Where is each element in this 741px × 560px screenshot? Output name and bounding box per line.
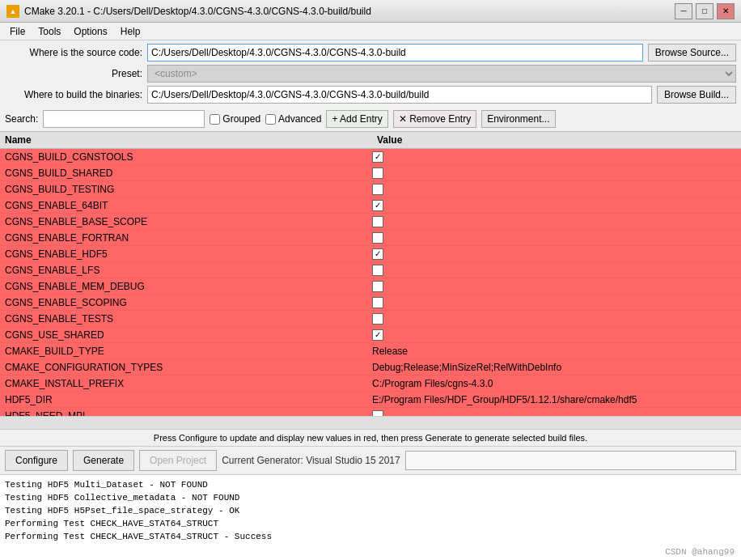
preset-label: Preset: [5,68,142,79]
checkbox-cell-2[interactable] [372,184,383,195]
checkbox-cell-0[interactable]: ✓ [372,151,383,163]
status-bar: Press Configure to update and display ne… [0,429,741,447]
checkbox-cell-11[interactable]: ✓ [372,329,383,341]
table-row[interactable]: CGNS_BUILD_CGNSTOOLS✓ [0,149,741,165]
row-name-4: CGNS_ENABLE_BASE_SCOPE [5,216,372,227]
row-name-10: CGNS_ENABLE_TESTS [5,313,372,325]
table-row[interactable]: CGNS_USE_SHARED✓ [0,327,741,343]
add-entry-button[interactable]: + Add Entry [326,110,387,128]
row-name-14: CMAKE_INSTALL_PREFIX [5,378,372,389]
title-bar: ▲ CMake 3.20.1 - C:/Users/Dell/Desktop/4… [0,0,741,23]
row-value-6[interactable]: ✓ [372,248,736,260]
row-name-15: HDF5_DIR [5,394,372,405]
menu-options[interactable]: Options [67,24,113,39]
table-row[interactable]: CGNS_ENABLE_LFS [0,262,741,278]
name-column-header: Name [5,134,377,146]
row-value-5[interactable] [372,232,736,244]
advanced-checkbox[interactable] [265,114,276,125]
checkbox-cell-6[interactable]: ✓ [372,248,383,260]
row-value-11[interactable]: ✓ [372,329,736,341]
log-area[interactable]: Testing HDF5 Multi_Dataset - NOT FOUNDTe… [0,474,741,560]
row-value-12: Release [372,346,736,357]
row-value-9[interactable] [372,297,736,308]
table-row[interactable]: CGNS_BUILD_SHARED [0,165,741,181]
row-value-7[interactable] [372,265,736,276]
row-name-9: CGNS_ENABLE_SCOPING [5,297,372,308]
maximize-button[interactable]: □ [696,3,713,19]
app-icon: ▲ [6,5,19,18]
row-value-14: C:/Program Files/cgns-4.3.0 [372,378,736,389]
row-name-8: CGNS_ENABLE_MEM_DEBUG [5,281,372,292]
source-input[interactable] [147,44,643,62]
watermark: CSDN @ahang99 [665,547,735,557]
table-row[interactable]: CMAKE_INSTALL_PREFIXC:/Program Files/cgn… [0,375,741,392]
row-value-2[interactable] [372,184,736,195]
source-label: Where is the source code: [5,47,142,58]
checkbox-cell-10[interactable] [372,313,383,325]
grouped-checkbox-label[interactable]: Grouped [210,113,260,125]
search-input[interactable] [43,110,205,128]
table-row[interactable]: CGNS_ENABLE_MEM_DEBUG [0,278,741,295]
grouped-checkbox[interactable] [210,114,220,125]
row-value-13: Debug;Release;MinSizeRel;RelWithDebInfo [372,362,736,373]
menu-tools[interactable]: Tools [32,24,67,39]
menu-file[interactable]: File [3,24,32,39]
horizontal-scrollbar[interactable] [0,416,741,429]
toolbar: Where is the source code: Browse Source.… [0,40,741,107]
checkbox-cell-9[interactable] [372,297,383,308]
row-name-2: CGNS_BUILD_TESTING [5,184,372,195]
row-value-16[interactable] [372,410,736,417]
row-name-5: CGNS_ENABLE_FORTRAN [5,232,372,244]
configure-button[interactable]: Configure [5,450,68,471]
table-row[interactable]: CGNS_ENABLE_TESTS [0,311,741,327]
browse-build-button[interactable]: Browse Build... [657,86,736,104]
row-name-7: CGNS_ENABLE_LFS [5,265,372,276]
window-title: CMake 3.20.1 - C:/Users/Dell/Desktop/4.3… [24,6,371,17]
table-row[interactable]: CMAKE_BUILD_TYPERelease [0,343,741,359]
table-row[interactable]: CGNS_ENABLE_FORTRAN [0,230,741,246]
row-value-10[interactable] [372,313,736,325]
row-value-3[interactable]: ✓ [372,200,736,211]
table-row[interactable]: CGNS_ENABLE_64BIT✓ [0,197,741,214]
preset-row: Preset: <custom> [5,65,736,83]
menu-help[interactable]: Help [114,24,147,39]
checkbox-cell-1[interactable] [372,168,383,179]
table-container[interactable]: CGNS_BUILD_CGNSTOOLS✓CGNS_BUILD_SHAREDCG… [0,149,741,416]
row-value-0[interactable]: ✓ [372,151,736,163]
build-row: Where to build the binaries: Browse Buil… [5,86,736,104]
table-row[interactable]: CMAKE_CONFIGURATION_TYPESDebug;Release;M… [0,359,741,375]
checkbox-cell-7[interactable] [372,265,383,276]
checkbox-cell-16[interactable] [372,410,383,417]
table-row[interactable]: CGNS_BUILD_TESTING [0,181,741,197]
remove-entry-button[interactable]: ✕ Remove Entry [393,110,476,128]
table-row[interactable]: CGNS_ENABLE_SCOPING [0,295,741,311]
value-column-header: Value [377,134,736,146]
table-row[interactable]: CGNS_ENABLE_HDF5✓ [0,246,741,262]
table-header: Name Value [0,131,741,149]
row-name-11: CGNS_USE_SHARED [5,329,372,341]
table-row[interactable]: CGNS_ENABLE_BASE_SCOPE [0,214,741,230]
row-value-8[interactable] [372,281,736,292]
preset-select[interactable]: <custom> [147,65,736,83]
close-button[interactable]: ✕ [717,3,735,19]
table-row[interactable]: HDF5_NEED_MPI [0,408,741,416]
open-project-button[interactable]: Open Project [139,450,217,471]
minimize-button[interactable]: ─ [675,3,692,19]
environment-button[interactable]: Environment... [481,110,555,128]
browse-source-button[interactable]: Browse Source... [648,44,736,62]
build-input[interactable] [147,86,652,104]
checkbox-cell-4[interactable] [372,216,383,227]
log-line: Testing HDF5 Multi_Dataset - NOT FOUND [5,478,736,491]
log-line: Performing Test CHECK_HAVE_STAT64_STRUCT [5,517,736,530]
checkbox-cell-3[interactable]: ✓ [372,200,383,211]
row-name-6: CGNS_ENABLE_HDF5 [5,248,372,260]
row-value-1[interactable] [372,168,736,179]
checkbox-cell-5[interactable] [372,232,383,244]
checkbox-cell-8[interactable] [372,281,383,292]
row-value-15: E:/Program Files/HDF_Group/HDF5/1.12.1/s… [372,394,736,405]
generate-button[interactable]: Generate [73,450,134,471]
row-value-4[interactable] [372,216,736,227]
advanced-checkbox-label[interactable]: Advanced [265,113,321,125]
table-row[interactable]: HDF5_DIRE:/Program Files/HDF_Group/HDF5/… [0,392,741,408]
generator-label: Current Generator: Visual Studio 15 2017 [222,455,400,466]
